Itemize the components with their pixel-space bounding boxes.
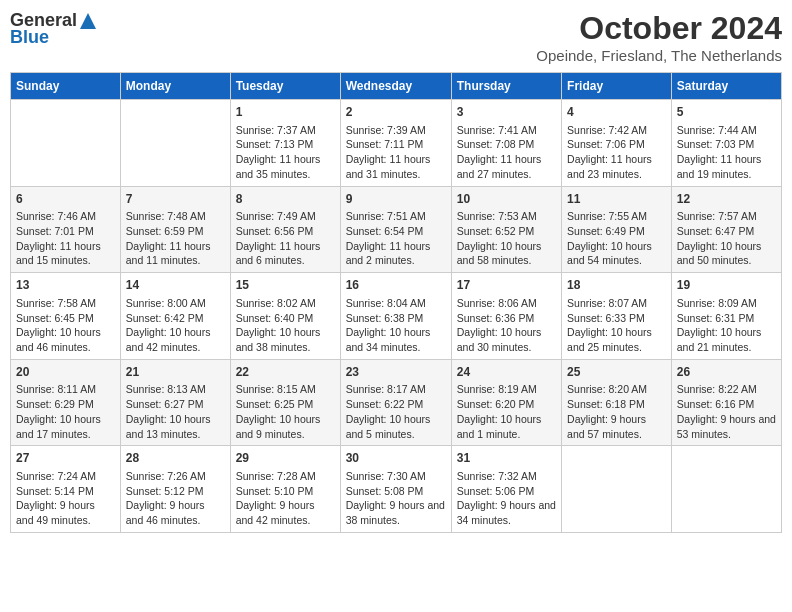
calendar-cell: 18Sunrise: 8:07 AM Sunset: 6:33 PM Dayli… (562, 273, 672, 360)
cell-content: Sunrise: 8:07 AM Sunset: 6:33 PM Dayligh… (567, 296, 666, 355)
calendar-cell: 13Sunrise: 7:58 AM Sunset: 6:45 PM Dayli… (11, 273, 121, 360)
day-number: 6 (16, 191, 115, 208)
day-number: 16 (346, 277, 446, 294)
header-monday: Monday (120, 73, 230, 100)
day-number: 21 (126, 364, 225, 381)
cell-content: Sunrise: 7:58 AM Sunset: 6:45 PM Dayligh… (16, 296, 115, 355)
calendar-cell: 2Sunrise: 7:39 AM Sunset: 7:11 PM Daylig… (340, 100, 451, 187)
calendar-cell: 23Sunrise: 8:17 AM Sunset: 6:22 PM Dayli… (340, 359, 451, 446)
calendar-cell: 3Sunrise: 7:41 AM Sunset: 7:08 PM Daylig… (451, 100, 561, 187)
cell-content: Sunrise: 7:49 AM Sunset: 6:56 PM Dayligh… (236, 209, 335, 268)
calendar-cell: 9Sunrise: 7:51 AM Sunset: 6:54 PM Daylig… (340, 186, 451, 273)
calendar-cell: 7Sunrise: 7:48 AM Sunset: 6:59 PM Daylig… (120, 186, 230, 273)
svg-marker-0 (80, 13, 96, 29)
header-friday: Friday (562, 73, 672, 100)
logo: General Blue (10, 10, 97, 48)
calendar-cell: 10Sunrise: 7:53 AM Sunset: 6:52 PM Dayli… (451, 186, 561, 273)
day-number: 4 (567, 104, 666, 121)
logo-icon (79, 12, 97, 30)
day-number: 28 (126, 450, 225, 467)
calendar-cell: 6Sunrise: 7:46 AM Sunset: 7:01 PM Daylig… (11, 186, 121, 273)
calendar-cell: 20Sunrise: 8:11 AM Sunset: 6:29 PM Dayli… (11, 359, 121, 446)
day-number: 1 (236, 104, 335, 121)
cell-content: Sunrise: 8:19 AM Sunset: 6:20 PM Dayligh… (457, 382, 556, 441)
calendar-week-row: 20Sunrise: 8:11 AM Sunset: 6:29 PM Dayli… (11, 359, 782, 446)
day-number: 31 (457, 450, 556, 467)
day-number: 24 (457, 364, 556, 381)
day-number: 8 (236, 191, 335, 208)
day-number: 3 (457, 104, 556, 121)
calendar-cell: 17Sunrise: 8:06 AM Sunset: 6:36 PM Dayli… (451, 273, 561, 360)
calendar-cell: 21Sunrise: 8:13 AM Sunset: 6:27 PM Dayli… (120, 359, 230, 446)
calendar-cell: 19Sunrise: 8:09 AM Sunset: 6:31 PM Dayli… (671, 273, 781, 360)
day-number: 17 (457, 277, 556, 294)
calendar-cell: 29Sunrise: 7:28 AM Sunset: 5:10 PM Dayli… (230, 446, 340, 533)
cell-content: Sunrise: 7:57 AM Sunset: 6:47 PM Dayligh… (677, 209, 776, 268)
cell-content: Sunrise: 7:48 AM Sunset: 6:59 PM Dayligh… (126, 209, 225, 268)
calendar-table: SundayMondayTuesdayWednesdayThursdayFrid… (10, 72, 782, 533)
day-number: 19 (677, 277, 776, 294)
day-number: 12 (677, 191, 776, 208)
calendar-cell: 24Sunrise: 8:19 AM Sunset: 6:20 PM Dayli… (451, 359, 561, 446)
cell-content: Sunrise: 7:30 AM Sunset: 5:08 PM Dayligh… (346, 469, 446, 528)
cell-content: Sunrise: 7:28 AM Sunset: 5:10 PM Dayligh… (236, 469, 335, 528)
cell-content: Sunrise: 8:20 AM Sunset: 6:18 PM Dayligh… (567, 382, 666, 441)
calendar-cell: 15Sunrise: 8:02 AM Sunset: 6:40 PM Dayli… (230, 273, 340, 360)
day-number: 10 (457, 191, 556, 208)
cell-content: Sunrise: 7:53 AM Sunset: 6:52 PM Dayligh… (457, 209, 556, 268)
calendar-cell: 8Sunrise: 7:49 AM Sunset: 6:56 PM Daylig… (230, 186, 340, 273)
cell-content: Sunrise: 7:55 AM Sunset: 6:49 PM Dayligh… (567, 209, 666, 268)
day-number: 9 (346, 191, 446, 208)
cell-content: Sunrise: 7:26 AM Sunset: 5:12 PM Dayligh… (126, 469, 225, 528)
month-title: October 2024 (536, 10, 782, 47)
cell-content: Sunrise: 7:44 AM Sunset: 7:03 PM Dayligh… (677, 123, 776, 182)
day-number: 15 (236, 277, 335, 294)
header-tuesday: Tuesday (230, 73, 340, 100)
calendar-cell (562, 446, 672, 533)
logo-blue-text: Blue (10, 27, 49, 48)
day-number: 27 (16, 450, 115, 467)
day-number: 11 (567, 191, 666, 208)
calendar-cell: 28Sunrise: 7:26 AM Sunset: 5:12 PM Dayli… (120, 446, 230, 533)
header-sunday: Sunday (11, 73, 121, 100)
day-number: 2 (346, 104, 446, 121)
cell-content: Sunrise: 8:11 AM Sunset: 6:29 PM Dayligh… (16, 382, 115, 441)
calendar-cell: 16Sunrise: 8:04 AM Sunset: 6:38 PM Dayli… (340, 273, 451, 360)
location-title: Opeinde, Friesland, The Netherlands (536, 47, 782, 64)
calendar-week-row: 1Sunrise: 7:37 AM Sunset: 7:13 PM Daylig… (11, 100, 782, 187)
day-number: 29 (236, 450, 335, 467)
page-header: General Blue October 2024 Opeinde, Fries… (10, 10, 782, 64)
calendar-cell (671, 446, 781, 533)
cell-content: Sunrise: 7:41 AM Sunset: 7:08 PM Dayligh… (457, 123, 556, 182)
cell-content: Sunrise: 8:17 AM Sunset: 6:22 PM Dayligh… (346, 382, 446, 441)
cell-content: Sunrise: 8:15 AM Sunset: 6:25 PM Dayligh… (236, 382, 335, 441)
cell-content: Sunrise: 8:00 AM Sunset: 6:42 PM Dayligh… (126, 296, 225, 355)
cell-content: Sunrise: 7:39 AM Sunset: 7:11 PM Dayligh… (346, 123, 446, 182)
cell-content: Sunrise: 8:06 AM Sunset: 6:36 PM Dayligh… (457, 296, 556, 355)
cell-content: Sunrise: 7:51 AM Sunset: 6:54 PM Dayligh… (346, 209, 446, 268)
day-number: 18 (567, 277, 666, 294)
calendar-header-row: SundayMondayTuesdayWednesdayThursdayFrid… (11, 73, 782, 100)
calendar-week-row: 6Sunrise: 7:46 AM Sunset: 7:01 PM Daylig… (11, 186, 782, 273)
header-thursday: Thursday (451, 73, 561, 100)
day-number: 30 (346, 450, 446, 467)
cell-content: Sunrise: 8:13 AM Sunset: 6:27 PM Dayligh… (126, 382, 225, 441)
calendar-cell: 22Sunrise: 8:15 AM Sunset: 6:25 PM Dayli… (230, 359, 340, 446)
cell-content: Sunrise: 7:37 AM Sunset: 7:13 PM Dayligh… (236, 123, 335, 182)
day-number: 25 (567, 364, 666, 381)
cell-content: Sunrise: 7:46 AM Sunset: 7:01 PM Dayligh… (16, 209, 115, 268)
calendar-cell: 1Sunrise: 7:37 AM Sunset: 7:13 PM Daylig… (230, 100, 340, 187)
calendar-cell: 11Sunrise: 7:55 AM Sunset: 6:49 PM Dayli… (562, 186, 672, 273)
title-block: October 2024 Opeinde, Friesland, The Net… (536, 10, 782, 64)
cell-content: Sunrise: 8:09 AM Sunset: 6:31 PM Dayligh… (677, 296, 776, 355)
calendar-cell: 5Sunrise: 7:44 AM Sunset: 7:03 PM Daylig… (671, 100, 781, 187)
day-number: 14 (126, 277, 225, 294)
calendar-cell: 26Sunrise: 8:22 AM Sunset: 6:16 PM Dayli… (671, 359, 781, 446)
calendar-cell: 31Sunrise: 7:32 AM Sunset: 5:06 PM Dayli… (451, 446, 561, 533)
day-number: 23 (346, 364, 446, 381)
cell-content: Sunrise: 7:32 AM Sunset: 5:06 PM Dayligh… (457, 469, 556, 528)
calendar-cell: 12Sunrise: 7:57 AM Sunset: 6:47 PM Dayli… (671, 186, 781, 273)
day-number: 26 (677, 364, 776, 381)
calendar-week-row: 13Sunrise: 7:58 AM Sunset: 6:45 PM Dayli… (11, 273, 782, 360)
header-saturday: Saturday (671, 73, 781, 100)
